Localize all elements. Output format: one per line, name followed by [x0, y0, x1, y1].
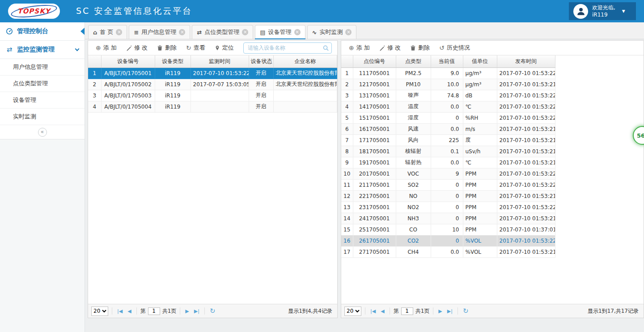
button-label: 添 加	[103, 44, 117, 52]
table-row[interactable]: 2A/BJLT/0/1705002iR1192017-07-07 15:03:0…	[88, 79, 337, 90]
table-row[interactable]: 14241705001NH30PPM2017-07-10 01:53:21	[341, 213, 555, 224]
next-page-button[interactable]: ▶	[184, 308, 190, 314]
col-publish-time[interactable]: 发布时间	[497, 55, 555, 67]
table-row[interactable]: 8181705001核辐射0.1uSv/h2017-07-10 01:53:21	[341, 146, 555, 157]
device-id-cell: A/BJLT/0/1705002	[101, 79, 155, 90]
sidebar-item-monitor-mgmt[interactable]: ⇄ 监控监测管理	[0, 41, 85, 59]
value-unit-cell: uSv/h	[463, 146, 497, 157]
table-row[interactable]: 17271705001CH40.0%VOL2017-07-10 01:53:21	[341, 246, 555, 257]
table-row[interactable]: 4141705001温度0.0℃2017-07-10 01:53:22	[341, 101, 555, 112]
first-page-button[interactable]: |◀	[116, 308, 124, 314]
table-row[interactable]: 16261705001CO20%VOL2017-07-10 01:53:22	[341, 235, 555, 246]
col-monitor-time[interactable]: 监测时间	[191, 55, 249, 67]
value-unit-cell: ℃	[463, 101, 497, 112]
close-icon[interactable]: ×	[345, 29, 352, 35]
tab-user-info[interactable]: ≡ 用户信息管理 ×	[129, 25, 190, 39]
page-size-select[interactable]: 20	[91, 307, 108, 316]
exchange-icon: ⇄	[197, 29, 202, 36]
col-device-status[interactable]: 设备状态	[249, 55, 273, 67]
table-row[interactable]: 13231705001NO20PPM2017-07-10 01:53:22	[341, 202, 555, 213]
table-row[interactable]: 7171705001风向225度2017-07-10 01:53:21	[341, 134, 555, 146]
point-type-cell: NO	[396, 190, 431, 202]
search-input[interactable]	[243, 42, 332, 54]
user-menu[interactable]: 欢迎光临, iR119 ▼	[569, 2, 636, 20]
page-label-prefix: 第	[394, 307, 399, 315]
delete-button[interactable]: 删除	[153, 42, 181, 54]
prev-page-button[interactable]: ◀	[126, 308, 132, 314]
table-row[interactable]: 4A/BJLT/0/1705004iR119开启	[88, 101, 337, 112]
col-point-type[interactable]: 点类型	[396, 55, 431, 67]
prev-page-button[interactable]: ◀	[379, 308, 386, 314]
add-button[interactable]: ⊕ 添 加	[92, 42, 121, 54]
point-id-cell: 241705001	[353, 213, 396, 224]
page-number-input[interactable]	[401, 307, 413, 315]
sidebar-item-realtime[interactable]: 实时监测	[0, 109, 85, 125]
tab-home[interactable]: ⌂ 首 页 ×	[88, 25, 127, 39]
close-icon[interactable]: ×	[242, 29, 248, 35]
col-device-id[interactable]: 设备编号	[101, 55, 155, 67]
col-point-id[interactable]: 点位编号	[353, 55, 396, 67]
table-row[interactable]: 1111705001PM2.59.0μg/m³2017-07-10 01:53:…	[341, 67, 555, 79]
close-icon[interactable]: ×	[294, 29, 301, 35]
close-icon[interactable]: ×	[116, 29, 122, 35]
close-icon[interactable]: ×	[179, 29, 185, 35]
tab-realtime[interactable]: ∿ 实时监测 ×	[307, 25, 357, 39]
col-company[interactable]: 企业名称	[273, 55, 337, 67]
divider	[112, 307, 112, 315]
table-row[interactable]: 5151705001湿度0%RH2017-07-10 01:53:22	[341, 112, 555, 123]
table-row[interactable]: 9191705001辐射热0.0℃2017-07-10 01:53:21	[341, 157, 555, 168]
sidebar-collapse-button[interactable]: «	[38, 128, 47, 137]
divider	[180, 307, 180, 315]
table-row[interactable]: 12221705001NO0PPM2017-07-10 01:53:21	[341, 190, 555, 202]
page-size-select[interactable]: 20	[344, 307, 361, 316]
publish-time-cell: 2017-07-10 01:53:22	[497, 179, 555, 190]
history-button[interactable]: ↺ 历史情况	[435, 42, 474, 54]
table-row[interactable]: 2121705001PM1010.0μg/m³2017-07-10 01:53:…	[341, 79, 555, 90]
publish-time-cell: 2017-07-10 01:53:21	[497, 213, 555, 224]
table-row[interactable]: 3A/BJLT/0/1705003iR119开启	[88, 90, 337, 101]
current-value-cell: 0	[431, 190, 463, 202]
table-row[interactable]: 3131705001噪声74.8dB2017-07-10 01:53:22	[341, 90, 555, 101]
table-row[interactable]: 15251705001CO10PPM2017-07-10 01:37:01	[341, 224, 555, 235]
locate-button[interactable]: 定位	[211, 42, 238, 54]
logo: TOPSKY	[8, 4, 60, 19]
delete-button[interactable]: 删除	[406, 42, 434, 54]
add-button[interactable]: ⊕ 添 加	[345, 42, 374, 54]
sidebar-subitem-label: 点位类型管理	[13, 80, 48, 88]
table-row[interactable]: 11211705001SO20PPM2017-07-10 01:53:22	[341, 179, 555, 190]
last-page-button[interactable]: ▶|	[193, 308, 201, 314]
refresh-button[interactable]: ↻	[208, 307, 217, 315]
table-row[interactable]: 10201705001VOC9PPM2017-07-10 01:53:22	[341, 168, 555, 179]
next-page-button[interactable]: ▶	[437, 308, 443, 314]
chevron-down-icon[interactable]: ▼	[622, 9, 625, 13]
col-value-unit[interactable]: 值单位	[463, 55, 497, 67]
tab-device-mgmt[interactable]: ▤ 设备管理 ×	[255, 25, 305, 39]
sidebar-item-user-info[interactable]: 用户信息管理	[0, 59, 85, 76]
publish-time-cell: 2017-07-10 01:53:22	[497, 90, 555, 101]
table-row[interactable]: 1A/BJLT/0/1705001iR1192017-07-10 01:53:2…	[88, 67, 337, 79]
point-id-cell: 211705001	[353, 179, 396, 190]
value-unit-cell: %VOL	[463, 235, 497, 246]
page-number-input[interactable]	[148, 307, 160, 315]
current-value-cell: 0.0	[431, 157, 463, 168]
publish-time-cell: 2017-07-10 01:53:22	[497, 112, 555, 123]
edit-button[interactable]: 修 改	[375, 42, 405, 54]
refresh-button[interactable]: ↻	[462, 307, 470, 315]
col-device-type[interactable]: 设备类型	[155, 55, 191, 67]
device-type-cell: iR119	[155, 79, 191, 90]
row-number-cell: 13	[341, 202, 353, 213]
sidebar-item-device-mgmt[interactable]: 设备管理	[0, 92, 85, 109]
sidebar-item-console[interactable]: 管理控制台	[0, 22, 85, 41]
tab-point-type[interactable]: ⇄ 点位类型管理 ×	[192, 25, 253, 39]
last-page-button[interactable]: ▶|	[446, 308, 454, 314]
active-marker-icon	[80, 28, 85, 35]
col-current-value[interactable]: 当前值	[431, 55, 463, 67]
first-page-button[interactable]: |◀	[369, 308, 377, 314]
sidebar-item-point-type[interactable]: 点位类型管理	[0, 76, 85, 92]
point-toolbar: ⊕ 添 加 修 改 删除 ↺ 历史情况	[341, 41, 644, 55]
pagination-summary: 显示1到4,共4记录	[288, 307, 334, 315]
view-button[interactable]: ↻ 查看	[182, 42, 209, 54]
table-row[interactable]: 6161705001风速0.0m/s2017-07-10 01:53:21	[341, 123, 555, 134]
edit-button[interactable]: 修 改	[122, 42, 152, 54]
search-icon[interactable]	[322, 45, 329, 51]
